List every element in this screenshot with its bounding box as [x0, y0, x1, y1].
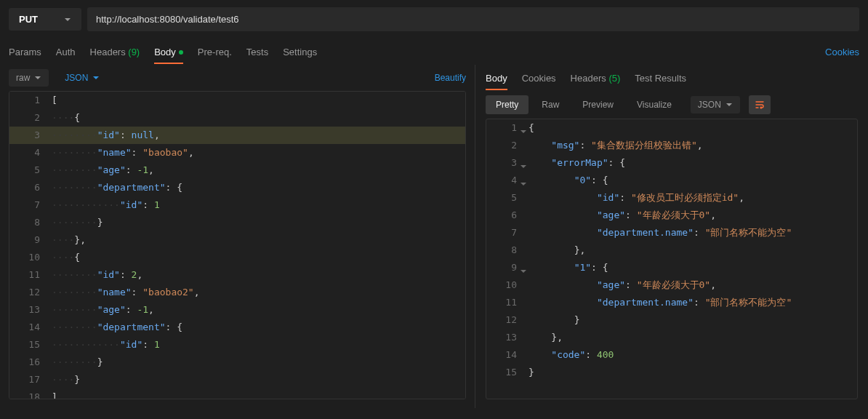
code-line: 2 "msg": "集合数据分组校验出错", — [486, 137, 857, 154]
tab-tests[interactable]: Tests — [246, 41, 268, 63]
response-pane: Body Cookies Headers (5) Test Results Pr… — [475, 65, 868, 408]
code-line: 8········} — [9, 214, 465, 231]
request-body-editor[interactable]: 1[2····{3········"id": null,4········"na… — [9, 91, 466, 399]
code-line: 15············"id": 1 — [9, 336, 465, 354]
code-line: 14········"department": { — [9, 319, 465, 336]
code-line: 10····{ — [9, 249, 465, 266]
request-tabs: Params Auth Headers (9) Body Pre-req. Te… — [0, 39, 868, 65]
beautify-button[interactable]: Beautify — [435, 73, 466, 83]
code-line: 18] — [9, 388, 465, 399]
method-dropdown[interactable]: PUT — [9, 8, 81, 31]
body-type-dropdown[interactable]: raw — [9, 69, 49, 87]
view-visualize[interactable]: Visualize — [627, 95, 682, 114]
code-line: 15} — [486, 364, 857, 381]
headers-count: (9) — [128, 47, 140, 57]
resp-tab-headers[interactable]: Headers (5) — [571, 67, 621, 89]
code-line: 12········"name": "baobao2", — [9, 284, 465, 301]
chevron-down-icon — [92, 74, 100, 81]
code-line: 6 "age": "年龄必须大于0", — [486, 207, 857, 224]
code-line: 3········"id": null, — [9, 127, 465, 144]
code-line: 2····{ — [9, 109, 465, 127]
code-line: 5 "id": "修改员工时必须指定id", — [486, 189, 857, 207]
code-line: 7············"id": 1 — [9, 196, 465, 214]
response-view-subbar: Pretty Raw Preview Visualize JSON — [475, 91, 868, 119]
resp-tab-testresults[interactable]: Test Results — [635, 67, 686, 89]
code-line: 4········"name": "baobao", — [9, 144, 465, 161]
resp-headers-count: (5) — [608, 73, 620, 84]
code-line: 16········} — [9, 354, 465, 371]
code-line: 3 "errorMap": { — [486, 154, 857, 172]
tab-params[interactable]: Params — [9, 41, 41, 63]
resp-tab-cookies[interactable]: Cookies — [522, 67, 556, 89]
code-line: 13 }, — [486, 329, 857, 346]
resp-lang-dropdown[interactable]: JSON — [691, 96, 740, 113]
code-line: 17····} — [9, 371, 465, 388]
method-label: PUT — [19, 14, 38, 25]
code-line: 6········"department": { — [9, 179, 465, 196]
code-line: 8 }, — [486, 242, 857, 259]
code-line: 12 } — [486, 311, 857, 329]
code-line: 11 "department.name": "部门名称不能为空" — [486, 294, 857, 311]
tab-body[interactable]: Body — [154, 41, 183, 63]
resp-tab-body[interactable]: Body — [486, 67, 507, 89]
code-line: 9 "1": { — [486, 259, 857, 276]
fold-chevron-icon[interactable] — [520, 159, 527, 166]
view-pretty[interactable]: Pretty — [486, 95, 529, 114]
code-line: 1{ — [486, 119, 857, 137]
code-line: 4 "0": { — [486, 172, 857, 189]
chevron-down-icon — [34, 74, 41, 81]
wrap-icon — [755, 100, 765, 110]
url-input[interactable] — [87, 7, 859, 31]
chevron-down-icon — [726, 101, 733, 108]
code-line: 11········"id": 2, — [9, 266, 465, 284]
fold-chevron-icon[interactable] — [520, 176, 527, 183]
fold-chevron-icon[interactable] — [520, 263, 527, 271]
body-lang-dropdown[interactable]: JSON — [57, 69, 107, 87]
response-body-editor[interactable]: 1{2 "msg": "集合数据分组校验出错",3 "errorMap": {4… — [486, 119, 858, 399]
cookies-link[interactable]: Cookies — [825, 47, 859, 57]
chevron-down-icon — [64, 16, 71, 23]
view-preview[interactable]: Preview — [572, 95, 624, 114]
code-line: 1[ — [9, 92, 465, 109]
tab-auth[interactable]: Auth — [56, 41, 76, 63]
request-pane: raw JSON Beautify 1[2····{3········"id":… — [0, 65, 475, 408]
code-line: 14 "code": 400 — [486, 346, 857, 364]
fold-chevron-icon[interactable] — [520, 124, 527, 131]
view-raw[interactable]: Raw — [531, 95, 569, 114]
code-line: 5········"age": -1, — [9, 161, 465, 179]
request-body-subbar: raw JSON Beautify — [0, 65, 475, 91]
body-modified-dot — [179, 50, 183, 55]
response-tabs: Body Cookies Headers (5) Test Results — [475, 65, 868, 91]
tab-headers[interactable]: Headers (9) — [90, 41, 140, 63]
code-line: 13········"age": -1, — [9, 301, 465, 319]
tab-prereq[interactable]: Pre-req. — [198, 41, 232, 63]
wrap-lines-button[interactable] — [749, 95, 771, 114]
request-toolbar: PUT — [0, 0, 868, 39]
code-line: 9····}, — [9, 231, 465, 249]
code-line: 10 "age": "年龄必须大于0", — [486, 276, 857, 294]
tab-settings[interactable]: Settings — [283, 41, 317, 63]
code-line: 7 "department.name": "部门名称不能为空" — [486, 224, 857, 242]
